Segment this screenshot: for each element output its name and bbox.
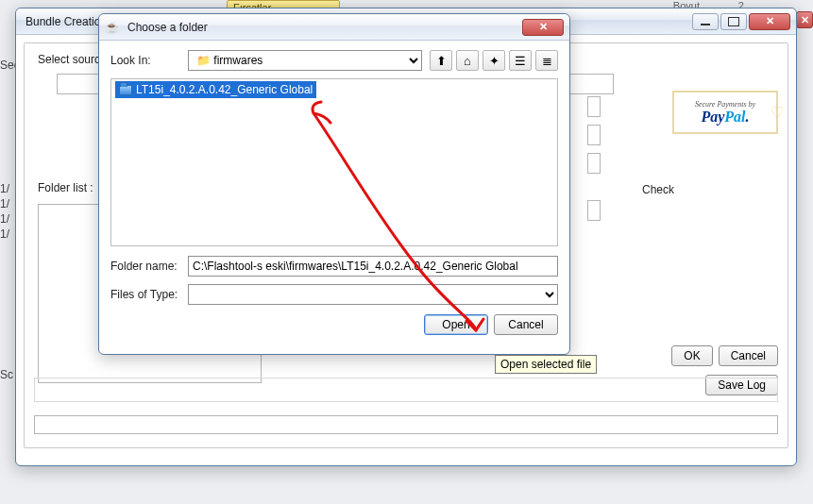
progress-bar — [34, 415, 778, 434]
open-tooltip: Open selected file — [495, 355, 597, 374]
new-folder-icon[interactable]: ✦ — [483, 50, 505, 71]
select-source-label: Select source — [38, 53, 107, 66]
look-in-label: Look In: — [110, 54, 180, 67]
ok-button[interactable]: OK — [671, 345, 712, 366]
cancel-button[interactable]: Cancel — [719, 345, 778, 366]
choose-folder-dialog: Choose a folder Look In: 📁 firmwares ⬆ ⌂… — [98, 13, 570, 355]
partial-field-1[interactable] — [587, 96, 601, 117]
partial-label-sc: Sc — [0, 368, 13, 381]
paypal-brand: PayPal. — [701, 109, 749, 126]
open-button[interactable]: Open — [424, 314, 488, 335]
look-in-combo[interactable]: 📁 firmwares — [188, 50, 422, 71]
file-list-pane[interactable]: LT15i_4.0.2.A.0.42_Generic Global — [110, 78, 558, 246]
bg-close[interactable] — [796, 11, 813, 28]
up-folder-icon[interactable]: ⬆ — [430, 50, 452, 71]
partial-field-4[interactable] — [587, 200, 601, 221]
partial-field-2[interactable] — [587, 125, 601, 145]
list-view-icon[interactable]: ☰ — [509, 50, 532, 71]
folder-icon — [119, 85, 132, 95]
dialog-titlebar[interactable]: Choose a folder — [99, 14, 569, 41]
bundle-maximize-button[interactable] — [720, 13, 747, 30]
files-type-label: Files of Type: — [110, 288, 180, 301]
paypal-secure-text: Secure Payments by — [695, 100, 755, 109]
folder-item-label: LT15i_4.0.2.A.0.42_Generic Global — [136, 83, 313, 96]
dialog-title: Choose a folder — [124, 21, 522, 34]
home-icon[interactable]: ⌂ — [456, 50, 479, 71]
details-view-icon[interactable]: ≣ — [535, 50, 558, 71]
folder-list-label: Folder list : — [38, 181, 93, 194]
folder-name-label: Folder name: — [110, 260, 180, 273]
partial-field-3[interactable] — [587, 153, 601, 174]
paypal-badge[interactable]: Secure Payments by PayPal. — [672, 91, 778, 134]
bundle-close-button[interactable] — [749, 13, 790, 30]
dialog-cancel-button[interactable]: Cancel — [494, 314, 558, 335]
selected-folder-item[interactable]: LT15i_4.0.2.A.0.42_Generic Global — [115, 81, 316, 98]
dialog-close-button[interactable] — [522, 19, 564, 36]
files-type-combo[interactable] — [188, 284, 558, 305]
java-icon — [105, 20, 120, 35]
folder-name-input[interactable] — [188, 256, 558, 277]
check-label: Check — [642, 183, 674, 196]
truncated-column: 1/ 1/ 1/ 1/ — [0, 181, 15, 242]
bundle-minimize-button[interactable] — [692, 13, 719, 30]
